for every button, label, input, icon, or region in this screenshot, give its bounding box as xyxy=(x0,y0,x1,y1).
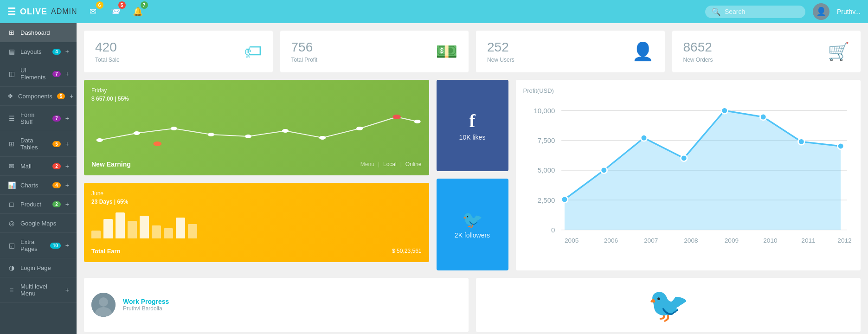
stat-label: Total Profit xyxy=(291,57,318,63)
earning-line-chart xyxy=(91,108,422,149)
chart-point xyxy=(600,167,607,173)
svg-text:2011: 2011 xyxy=(801,237,815,244)
bar xyxy=(91,231,101,238)
brand: ☰ OLIVE ADMIN xyxy=(7,6,77,17)
bar xyxy=(152,225,161,238)
work-progress-name: Pruthvi Bardolia xyxy=(123,305,461,312)
earning-day: Friday xyxy=(91,87,422,94)
sidebar-item-label: Mail xyxy=(20,163,48,170)
footer-menu[interactable]: Menu xyxy=(360,161,374,167)
stat-info: 756 Total Profit xyxy=(291,40,318,63)
earn-footer: Total Earn $ 50,23,561 xyxy=(91,248,422,255)
sidebar-item-layouts[interactable]: ▤ Layouts 4 + xyxy=(0,42,77,61)
earning-card: Friday $ 657.00 | 55% xyxy=(84,80,429,175)
sidebar-item-multilevel[interactable]: ≡ Multi level Menu + xyxy=(0,277,77,303)
sidebar-item-mail[interactable]: ✉ Mail 2 + xyxy=(0,157,77,176)
mail-icon-btn[interactable]: 📨 5 xyxy=(107,3,124,20)
earn-title: Total Earn xyxy=(91,248,121,255)
profit-title: Profit(USD) xyxy=(523,87,854,94)
mail-badge: 2 xyxy=(52,163,61,169)
work-progress-card: Work Progress Pruthvi Bardolia xyxy=(84,278,469,332)
components-badge: 5 xyxy=(57,93,65,99)
facebook-card[interactable]: f 10K likes xyxy=(437,80,508,171)
search-input[interactable] xyxy=(725,8,799,15)
sidebar-item-google-maps[interactable]: ◎ Google Maps xyxy=(0,214,77,233)
earning-footer: New Earning Menu | Local | Online xyxy=(91,161,422,168)
sidebar-item-data-tables[interactable]: ⊞ Data Tables 5 + xyxy=(0,131,77,157)
chart-point xyxy=(681,155,687,161)
sidebar-item-dashboard[interactable]: ⊞ Dashboard xyxy=(0,23,77,42)
stat-number: 252 xyxy=(487,40,514,55)
avatar[interactable]: 👤 xyxy=(813,3,829,20)
dollar-icon: 💵 xyxy=(436,41,457,62)
add-icon[interactable]: + xyxy=(65,48,69,55)
main-layout: ⊞ Dashboard ▤ Layouts 4 + ◫ UI Elements … xyxy=(0,23,868,334)
hamburger-icon[interactable]: ☰ xyxy=(7,6,16,17)
profit-chart: 10,000 7,500 5,000 2,500 0 2005 2006 200… xyxy=(523,98,854,263)
add-icon[interactable]: + xyxy=(65,200,69,208)
footer-links: Menu | Local | Online xyxy=(360,161,422,167)
charts-icon: 📊 xyxy=(7,181,16,189)
chart-point xyxy=(837,143,844,149)
add-icon[interactable]: + xyxy=(65,181,69,189)
chart-point xyxy=(414,120,420,123)
bar xyxy=(164,228,173,238)
form-icon: ☰ xyxy=(7,115,16,122)
bottom-row: Work Progress Pruthvi Bardolia 🐦 xyxy=(84,278,861,332)
footer-online[interactable]: Online xyxy=(405,161,422,167)
add-icon[interactable]: + xyxy=(65,162,69,170)
sidebar-item-label: Product xyxy=(20,201,48,208)
mail-sidebar-icon: ✉ xyxy=(7,162,16,170)
add-icon[interactable]: + xyxy=(65,140,69,148)
earn-days: 23 Days | 65% xyxy=(91,199,422,205)
chart-point xyxy=(245,135,251,138)
twitter-card[interactable]: 🐦 2K followers xyxy=(437,179,508,270)
add-icon[interactable]: + xyxy=(65,70,69,77)
stat-card-total-sale: 420 Total Sale 🏷 xyxy=(84,31,273,72)
sidebar-item-charts[interactable]: 📊 Charts 4 + xyxy=(0,176,77,195)
sidebar-item-label: Login Page xyxy=(20,264,69,271)
profit-card: Profit(USD) 10,000 7,500 5,000 2,500 0 2… xyxy=(516,80,861,270)
svg-text:2012: 2012 xyxy=(837,237,851,244)
email-icon-btn[interactable]: ✉ 6 xyxy=(85,3,102,20)
chart-point xyxy=(96,138,103,142)
extra-icon: ◱ xyxy=(7,242,16,249)
chart-point xyxy=(356,127,363,130)
ui-icon: ◫ xyxy=(7,70,16,77)
sidebar-item-form-stuff[interactable]: ☰ Form Stuff 7 + xyxy=(0,106,77,131)
sidebar-item-label: Extra Pages xyxy=(20,238,45,252)
dashboard-icon: ⊞ xyxy=(7,29,16,36)
tables-icon: ⊞ xyxy=(7,140,16,148)
brand-admin: ADMIN xyxy=(51,7,77,16)
earning-title: New Earning xyxy=(91,161,131,168)
twitter-large-card[interactable]: 🐦 xyxy=(476,278,861,332)
sidebar-item-ui-elements[interactable]: ◫ UI Elements 7 + xyxy=(0,61,77,87)
svg-text:2005: 2005 xyxy=(564,237,579,244)
add-icon[interactable]: + xyxy=(70,92,73,100)
earn-month: June xyxy=(91,190,422,197)
chart-point xyxy=(319,136,326,140)
twitter-icon: 🐦 xyxy=(462,210,483,230)
sidebar-item-login-page[interactable]: ◑ Login Page xyxy=(0,258,77,277)
sidebar-item-label: Layouts xyxy=(20,48,48,55)
sidebar-item-label: Form Stuff xyxy=(20,111,48,125)
add-icon[interactable]: + xyxy=(65,286,69,294)
bar xyxy=(128,221,137,238)
add-icon[interactable]: + xyxy=(65,242,69,249)
layouts-badge: 4 xyxy=(52,49,61,55)
form-badge: 7 xyxy=(52,116,61,122)
stat-card-new-orders: 8652 New Orders 🛒 xyxy=(672,31,861,72)
bar-chart-area xyxy=(91,207,422,244)
add-icon[interactable]: + xyxy=(65,115,69,122)
left-col: Friday $ 657.00 | 55% xyxy=(84,80,429,270)
bell-icon-btn[interactable]: 🔔 7 xyxy=(129,3,146,20)
sidebar-item-product[interactable]: ◻ Product 2 + xyxy=(0,195,77,214)
tag-icon: 🏷 xyxy=(244,42,262,62)
sidebar-item-components[interactable]: ❖ Components 5 + xyxy=(0,87,77,106)
topbar-icons: ✉ 6 📨 5 🔔 7 xyxy=(85,3,146,20)
sidebar-item-extra-pages[interactable]: ◱ Extra Pages 10 + xyxy=(0,233,77,258)
svg-text:7,500: 7,500 xyxy=(537,136,555,144)
total-earn-card: June 23 Days | 65% xyxy=(84,183,429,262)
footer-local[interactable]: Local xyxy=(383,161,397,167)
work-info: Work Progress Pruthvi Bardolia xyxy=(123,298,461,312)
